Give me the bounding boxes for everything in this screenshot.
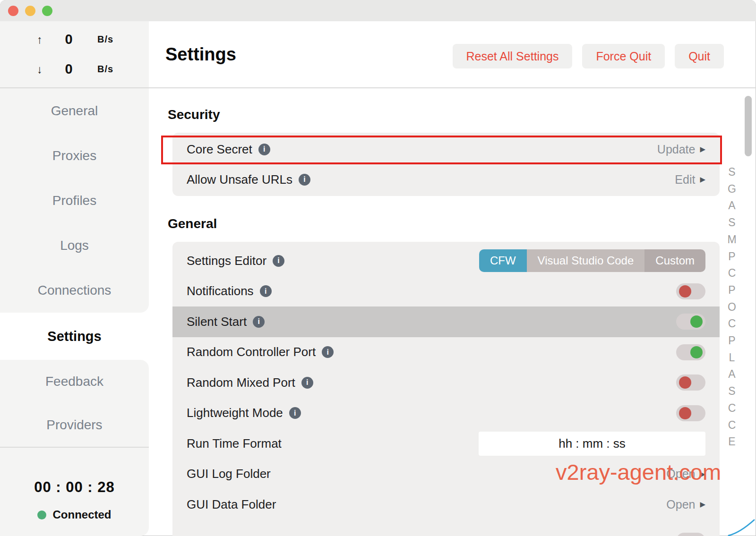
run-time-format-label: Run Time Format <box>187 436 282 451</box>
page-title: Settings <box>165 44 236 65</box>
setting-row-gui-data-folder: GUI Data FolderOpen▶ <box>172 489 720 520</box>
setting-row-lightweight-mode: Lightweight Modei <box>172 398 720 429</box>
sidebar-item-settings[interactable]: Settings <box>0 329 149 344</box>
rail-letter-c[interactable]: C <box>728 400 736 417</box>
rail-letter-p[interactable]: P <box>728 332 735 349</box>
minimize-traffic-light-button[interactable] <box>25 6 35 16</box>
download-speed: ↓ 0 B/s <box>0 61 149 77</box>
silent-start-control <box>676 314 705 330</box>
rail-letter-g[interactable]: G <box>728 181 736 198</box>
rail-letter-s[interactable]: S <box>728 214 735 231</box>
rail-letter-s[interactable]: S <box>728 383 735 400</box>
core-secret-control: Update▶ <box>657 143 705 156</box>
sidebar-item-profiles[interactable]: Profiles <box>0 178 149 223</box>
sidebar-item-proxies[interactable]: Proxies <box>0 133 149 178</box>
partial-toggle[interactable] <box>676 533 705 536</box>
toggle-knob <box>679 407 691 419</box>
reset-all-settings-button[interactable]: Reset All Settings <box>453 44 573 68</box>
connection-status: Connected <box>37 508 111 521</box>
setting-row-allow-unsafe-urls: Allow Unsafe URLsiEdit▶ <box>172 164 720 195</box>
open-link-gui-log-folder[interactable]: Open▶ <box>666 467 705 481</box>
info-icon[interactable]: i <box>299 174 310 186</box>
rail-letter-o[interactable]: O <box>728 299 736 316</box>
core-secret-label: Core Secret <box>187 142 252 157</box>
sidebar-item-feedback[interactable]: Feedback <box>0 360 149 403</box>
notifications-label: Notifications <box>187 284 254 298</box>
setting-row-random-mixed-port: Random Mixed Porti <box>172 367 720 398</box>
setting-row-partial <box>172 526 720 536</box>
setting-row-notifications: Notificationsi <box>172 276 720 307</box>
silent-start-label: Silent Start <box>187 315 247 329</box>
rail-letter-c[interactable]: C <box>728 417 736 434</box>
setting-row-random-controller-port: Random Controller Porti <box>172 337 720 368</box>
run-time-format-input[interactable] <box>479 432 705 456</box>
segment-cfw[interactable]: CFW <box>479 249 527 272</box>
quit-button[interactable]: Quit <box>675 44 724 68</box>
random-mixed-port-control <box>676 374 705 391</box>
info-icon[interactable]: i <box>301 377 313 389</box>
chevron-right-icon: ▶ <box>700 145 705 153</box>
open-link-gui-data-folder[interactable]: Open▶ <box>666 498 705 511</box>
lightweight-mode-toggle[interactable] <box>676 405 705 421</box>
segment-custom[interactable]: Custom <box>644 249 705 272</box>
settings-editor-segmented-control: CFWVisual Studio CodeCustom <box>479 249 705 272</box>
sidebar-item-providers[interactable]: Providers <box>0 403 149 447</box>
info-icon[interactable]: i <box>289 407 301 419</box>
sidebar-item-logs[interactable]: Logs <box>0 223 149 268</box>
rail-letter-s[interactable]: S <box>728 164 735 181</box>
uptime-timer: 00 : 00 : 28 <box>34 479 115 496</box>
random-controller-port-label: Random Controller Port <box>187 345 316 359</box>
settings-content: SecurityCore SecretiUpdate▶Allow Unsafe … <box>149 88 756 536</box>
toggle-knob <box>679 285 691 298</box>
setting-row-run-time-format: Run Time Format <box>172 428 720 459</box>
update-link-core-secret[interactable]: Update▶ <box>657 143 705 156</box>
rail-letter-l[interactable]: L <box>729 349 735 366</box>
toggle-knob <box>690 346 703 358</box>
scrollbar-thumb[interactable] <box>745 96 752 156</box>
sidebar-footer: 00 : 00 : 28 Connected <box>0 448 149 521</box>
settings-editor-label: Settings Editor <box>187 254 266 268</box>
header-divider <box>0 87 756 88</box>
run-time-format-control <box>479 432 705 456</box>
connected-dot-icon <box>37 510 46 519</box>
settings-editor-control: CFWVisual Studio CodeCustom <box>479 249 705 272</box>
toggle-knob <box>690 315 703 328</box>
rail-letter-c[interactable]: C <box>728 315 736 332</box>
setting-row-core-secret: Core SecretiUpdate▶ <box>172 134 720 164</box>
info-icon[interactable]: i <box>322 346 334 358</box>
segment-visual-studio-code[interactable]: Visual Studio Code <box>527 249 645 272</box>
rail-letter-a[interactable]: A <box>728 197 735 214</box>
rail-letter-m[interactable]: M <box>727 231 736 248</box>
download-speed-unit: B/s <box>91 64 120 75</box>
rail-letter-p[interactable]: P <box>728 282 735 299</box>
sidebar-active-item-wrap: Settings <box>0 313 149 360</box>
header-buttons: Reset All SettingsForce QuitQuit <box>453 44 724 68</box>
rail-letter-p[interactable]: P <box>728 248 735 265</box>
info-icon[interactable]: i <box>253 316 265 328</box>
random-mixed-port-toggle[interactable] <box>676 374 705 391</box>
chevron-right-icon: ▶ <box>700 175 705 184</box>
info-icon[interactable]: i <box>260 285 272 297</box>
edit-link-allow-unsafe-urls[interactable]: Edit▶ <box>675 173 705 187</box>
action-label: Open <box>666 498 695 511</box>
setting-row-settings-editor: Settings EditoriCFWVisual Studio CodeCus… <box>172 246 720 276</box>
rail-letter-c[interactable]: C <box>728 265 736 282</box>
chevron-right-icon: ▶ <box>700 500 705 509</box>
info-icon[interactable]: i <box>273 255 284 267</box>
toggle-knob <box>679 376 691 389</box>
section-panel-general: Settings EditoriCFWVisual Studio CodeCus… <box>172 242 720 536</box>
sidebar-item-general[interactable]: General <box>0 88 149 133</box>
info-icon[interactable]: i <box>258 144 270 155</box>
sidebar-item-connections[interactable]: Connections <box>0 268 149 313</box>
download-speed-value: 0 <box>46 61 91 77</box>
silent-start-toggle[interactable] <box>676 314 705 330</box>
force-quit-button[interactable]: Force Quit <box>582 44 665 68</box>
rail-letter-e[interactable]: E <box>728 434 735 451</box>
lightweight-mode-label: Lightweight Mode <box>187 406 283 420</box>
rail-letter-a[interactable]: A <box>728 366 735 383</box>
close-traffic-light-button[interactable] <box>8 6 18 16</box>
zoom-traffic-light-button[interactable] <box>42 6 52 16</box>
setting-row-gui-log-folder: GUI Log FolderOpen▶ <box>172 459 720 490</box>
notifications-toggle[interactable] <box>676 283 705 299</box>
random-controller-port-toggle[interactable] <box>676 344 705 360</box>
